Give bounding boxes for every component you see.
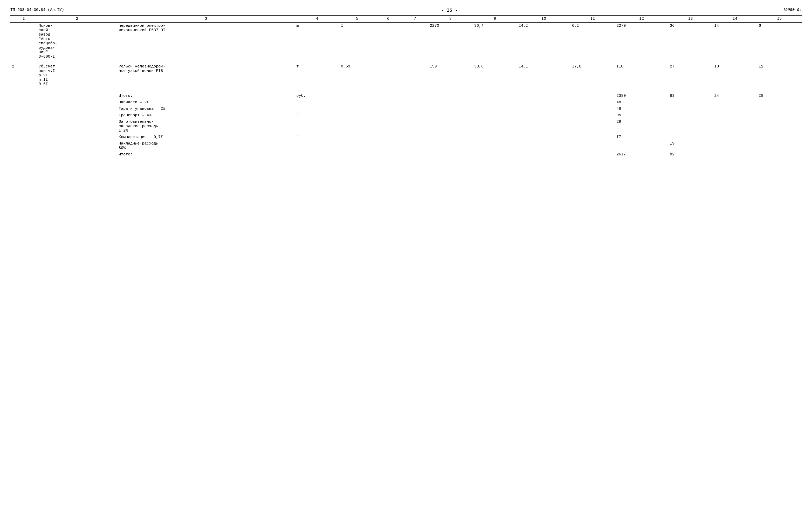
summary-row-itogo1: Итого: руб. 2380 63 24 I8	[10, 93, 802, 99]
row2-col14: IO	[713, 63, 757, 88]
summary-row-transport: Транспорт – 4% " 95	[10, 112, 802, 118]
row1-col13: 36	[668, 22, 713, 60]
col-header-13: I3	[668, 15, 713, 22]
row2-col11: I7,8	[571, 63, 615, 88]
sum-label-itogo-final: Итого:	[117, 151, 295, 158]
sum-unit-zagotovit: "	[295, 118, 339, 134]
row1-col4: шт	[295, 22, 339, 60]
sum-empty2	[339, 93, 615, 99]
row2-col15: I2	[757, 63, 802, 88]
row2-col4: т	[295, 63, 339, 88]
row1-col14: I4	[713, 22, 757, 60]
col-header-4: 4	[295, 15, 339, 22]
col-header-12: I2	[615, 15, 668, 22]
sum-col12-itogo-final: 26I7	[615, 151, 668, 158]
sum-col13-nakladnye: I9	[668, 140, 713, 151]
sum-col13-itogo1: 63	[668, 93, 713, 99]
summary-row-zapchasti: Запчасти – 2% " 48	[10, 99, 802, 106]
sum-label-itogo1: Итого:	[117, 93, 295, 99]
col-header-9: 9	[473, 15, 517, 22]
row1-col3: передвижной электро-механический Р637-ОI	[117, 22, 295, 60]
row2-col9: 38,6	[473, 63, 517, 88]
sum-col12-zagotovit: 29	[615, 118, 668, 134]
sum-unit-itogo1: руб.	[295, 93, 339, 99]
sum-col12-komplektaciya: I7	[615, 134, 668, 140]
sum-empty1	[10, 93, 117, 99]
col-header-5: 5	[339, 15, 375, 22]
sum-unit-tara: "	[295, 106, 339, 112]
col-header-10: IO	[517, 15, 571, 22]
row1-col1	[10, 22, 37, 60]
sum-label-transport: Транспорт – 4%	[117, 112, 295, 118]
col-header-7: 7	[401, 15, 428, 22]
row2-col1: 2	[10, 63, 37, 88]
sum-col12-zapchasti: 48	[615, 99, 668, 106]
col-header-1: I	[10, 15, 37, 22]
sum-unit-itogo-final: "	[295, 151, 339, 158]
row2-col5: 0,69	[339, 63, 375, 88]
row1-col10: I4,I	[517, 22, 571, 60]
sum-col15-itogo1: I8	[757, 93, 802, 99]
row2-col3: Рельсн железнодорож-ные узкой колеи РI8	[117, 63, 295, 88]
sum-label-nakladnye: Накладные расходы80%	[117, 140, 295, 151]
main-table: I 2 3 4 5 6 7 8 9 IO II I2 I3 I4 I5 Пско…	[10, 15, 802, 158]
row1-col15: 6	[757, 22, 802, 60]
col-header-15: I5	[757, 15, 802, 22]
row1-col8: 2270	[428, 22, 473, 60]
summary-row-zagotovit: Заготовительно-складские расходыI,2% " 2…	[10, 118, 802, 134]
sum-label-zapchasti: Запчасти – 2%	[117, 99, 295, 106]
row2-col7	[401, 63, 428, 88]
row1-col7	[401, 22, 428, 60]
sum-label-komplektaciya: Комплектация – 0,7%	[117, 134, 295, 140]
sum-col12-transport: 95	[615, 112, 668, 118]
page-header: ТП 503-04-30.84 (Ал.IУ) - I5 - 19950-04	[10, 8, 802, 13]
row2-col8: I59	[428, 63, 473, 88]
spacer-row-1	[10, 60, 802, 63]
col-header-6: 6	[375, 15, 401, 22]
row1-col12: 2270	[615, 22, 668, 60]
sum-label-zagotovit: Заготовительно-складские расходыI,2%	[117, 118, 295, 134]
row1-col2: Псков-скийзавод"Авто-спецобо-рудова-ния"…	[37, 22, 117, 60]
sum-col12-tara: 48	[615, 106, 668, 112]
summary-row-nakladnye: Накладные расходы80% " I9	[10, 140, 802, 151]
row2-col13: 27	[668, 63, 713, 88]
sum-col12-itogo1: 2380	[615, 93, 668, 99]
col-header-3: 3	[117, 15, 295, 22]
row2-col2: Сб.смет.пен ч.Iр.VIп.II9-6I	[37, 63, 117, 88]
column-header-row: I 2 3 4 5 6 7 8 9 IO II I2 I3 I4 I5	[10, 15, 802, 22]
summary-row-komplektaciya: Комплектация – 0,7% " I7	[10, 134, 802, 140]
sum-col14-itogo1: 24	[713, 93, 757, 99]
header-center: - I5 -	[441, 8, 458, 13]
row1-col11: 6,I	[571, 22, 615, 60]
table-row: Псков-скийзавод"Авто-спецобо-рудова-ния"…	[10, 22, 802, 60]
sum-label-tara: Тара и упаковка – 2%	[117, 106, 295, 112]
col-header-8: 8	[428, 15, 473, 22]
row1-col5: I	[339, 22, 375, 60]
header-right: 19950-04	[783, 8, 802, 12]
summary-row-itogo-final: Итого: " 26I7 82	[10, 151, 802, 158]
row1-col6	[375, 22, 401, 60]
row2-col6	[375, 63, 401, 88]
col-header-2: 2	[37, 15, 117, 22]
col-header-14: I4	[713, 15, 757, 22]
sum-unit-transport: "	[295, 112, 339, 118]
spacer-row-2	[10, 87, 802, 93]
sum-col13-itogo-final: 82	[668, 151, 713, 158]
table-row-2: 2 Сб.смет.пен ч.Iр.VIп.II9-6I Рельсн жел…	[10, 63, 802, 88]
row2-col10: I4,I	[517, 63, 571, 88]
col-header-11: II	[571, 15, 615, 22]
summary-row-tara: Тара и упаковка – 2% " 48	[10, 106, 802, 112]
sum-unit-zapchasti: "	[295, 99, 339, 106]
row2-col12: IIO	[615, 63, 668, 88]
sum-unit-komplektaciya: "	[295, 134, 339, 140]
header-left: ТП 503-04-30.84 (Ал.IУ)	[10, 8, 64, 12]
sum-unit-nakladnye: "	[295, 140, 339, 151]
row1-col9: 36,4	[473, 22, 517, 60]
